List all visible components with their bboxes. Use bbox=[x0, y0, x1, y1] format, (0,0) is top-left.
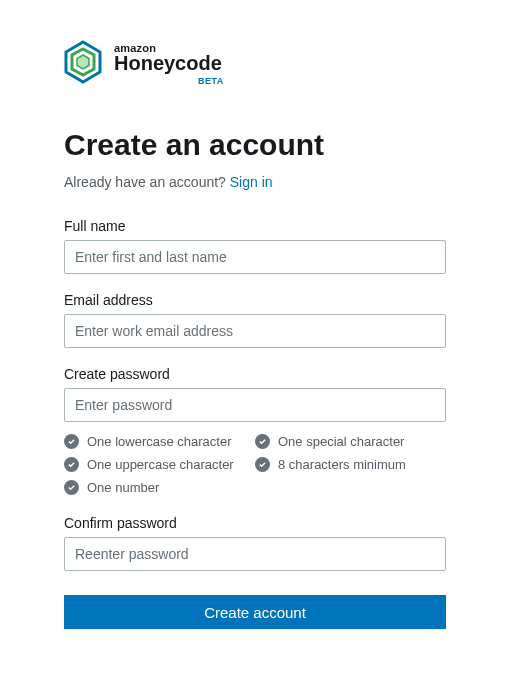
check-icon bbox=[64, 480, 79, 495]
email-input[interactable] bbox=[64, 314, 446, 348]
page-title: Create an account bbox=[64, 128, 446, 162]
brand-logo: amazon Honeycode BETA bbox=[64, 40, 446, 88]
full-name-label: Full name bbox=[64, 218, 446, 234]
password-input[interactable] bbox=[64, 388, 446, 422]
check-icon bbox=[64, 457, 79, 472]
password-label: Create password bbox=[64, 366, 446, 382]
create-account-button[interactable]: Create account bbox=[64, 595, 446, 629]
have-account-text: Already have an account? bbox=[64, 174, 230, 190]
svg-marker-2 bbox=[77, 55, 89, 69]
req-number: One number bbox=[64, 476, 255, 499]
sign-in-link[interactable]: Sign in bbox=[230, 174, 273, 190]
have-account-prompt: Already have an account? Sign in bbox=[64, 174, 446, 190]
check-icon bbox=[255, 457, 270, 472]
brand-product: Honeycode bbox=[114, 53, 222, 73]
password-requirements: One lowercase character One special char… bbox=[64, 430, 446, 499]
full-name-input[interactable] bbox=[64, 240, 446, 274]
brand-beta-badge: BETA bbox=[198, 76, 224, 86]
req-min-chars: 8 characters minimum bbox=[255, 453, 446, 476]
req-special: One special character bbox=[255, 430, 446, 453]
req-lowercase: One lowercase character bbox=[64, 430, 255, 453]
honeycode-hex-icon bbox=[64, 40, 102, 88]
req-uppercase: One uppercase character bbox=[64, 453, 255, 476]
brand-text: amazon Honeycode BETA bbox=[114, 42, 222, 86]
check-icon bbox=[255, 434, 270, 449]
confirm-password-input[interactable] bbox=[64, 537, 446, 571]
check-icon bbox=[64, 434, 79, 449]
confirm-password-label: Confirm password bbox=[64, 515, 446, 531]
email-label: Email address bbox=[64, 292, 446, 308]
